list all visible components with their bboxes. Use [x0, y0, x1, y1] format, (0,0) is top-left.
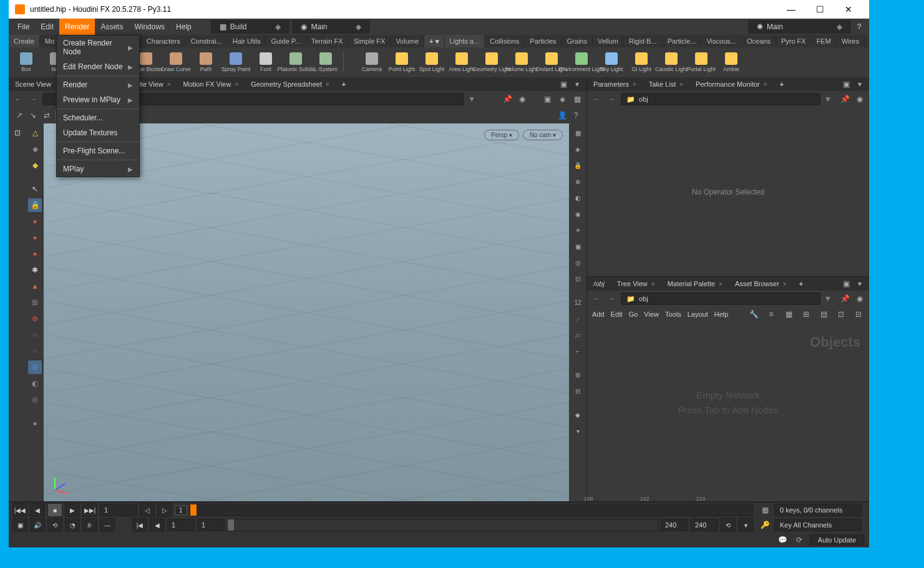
display-option-8[interactable]: ◎ — [571, 256, 585, 269]
render-menu-mplay[interactable]: MPlay▶ — [57, 161, 139, 176]
help-icon[interactable]: ? — [570, 110, 581, 121]
key-mode-field[interactable]: Key All Channels — [774, 519, 862, 531]
last-frame-button[interactable]: ▶▶| — [82, 503, 97, 517]
shelf-tool-point-light[interactable]: Point Light — [387, 49, 417, 76]
render-menu-preview-in-mplay[interactable]: Preview in MPlay▶ — [57, 92, 139, 107]
shelf-tab-rigid-b-[interactable]: Rigid B... — [624, 35, 663, 47]
first-frame-button[interactable]: |◀◀ — [12, 503, 27, 517]
range-reset-button[interactable]: ⟲ — [721, 518, 736, 532]
shelf-tool-ambient[interactable]: Ambie — [716, 49, 746, 76]
shelf-tool-sky-light[interactable]: Sky Light — [596, 49, 626, 76]
shelf-tab-vellum[interactable]: Vellum — [593, 35, 624, 47]
net-menu-help[interactable]: Help — [714, 310, 729, 318]
shelf-tab-guide-p-[interactable]: Guide P... — [266, 35, 306, 47]
display-option-4[interactable]: ◐ — [571, 191, 585, 205]
left-tabs-add[interactable]: + — [336, 77, 352, 91]
net-toolbar-icon-4[interactable]: ▤ — [818, 309, 829, 320]
shelf-tool-spray-paint[interactable]: Spray Paint — [221, 49, 251, 76]
menu-windows[interactable]: Windows — [129, 19, 170, 35]
display-option-9[interactable]: ⊡ — [571, 272, 585, 286]
audio-button[interactable]: 🔊 — [30, 518, 45, 532]
net-path-field[interactable]: 📁 obj — [621, 292, 820, 305]
help-button[interactable]: ? — [852, 19, 866, 35]
shelf-tool-camera[interactable]: Camera — [357, 49, 387, 76]
display-option-16[interactable]: ⊞ — [571, 368, 585, 382]
pane-max-icon[interactable]: ▣ — [558, 79, 569, 90]
shelf-tab-lights-a-[interactable]: Lights a... — [445, 35, 485, 47]
viewport-tool-5[interactable]: 🔒 — [28, 198, 42, 212]
shelf-tab-characters[interactable]: Characters — [142, 35, 186, 47]
shelf-add-left[interactable]: + ▾ — [424, 35, 444, 47]
shelf-tool-gi-light[interactable]: GI Light — [626, 49, 656, 76]
menu-assets[interactable]: Assets — [95, 19, 129, 35]
shelf-tool-environment-light[interactable]: Environment Light — [567, 49, 596, 76]
net-toolbar-icon-5[interactable]: ⊡ — [835, 309, 847, 320]
shelf-tool-draw-curve[interactable]: Draw Curve — [161, 49, 191, 76]
shelf-tool-spot-light[interactable]: Spot Light — [417, 49, 447, 76]
param-path-field[interactable]: 📁 obj — [621, 93, 820, 105]
viewport-tool-4[interactable]: ↖ — [28, 182, 42, 196]
shelf-tool-caustic-light[interactable]: Caustic Light — [656, 49, 686, 76]
display-option-20[interactable]: ▾ — [571, 424, 585, 438]
play-backward-button[interactable]: ◀ — [30, 503, 45, 517]
net-pin-icon[interactable]: 📌 — [839, 293, 850, 304]
pane-max-icon[interactable]: ▣ — [840, 278, 852, 289]
display-option-17[interactable]: ⊟ — [571, 384, 585, 398]
display-option-1[interactable]: ◈ — [571, 142, 585, 156]
viewport-tool-14[interactable]: ∩ — [28, 344, 42, 358]
tab--obj[interactable]: /obj — [587, 277, 611, 291]
display-option-19[interactable]: ◆ — [571, 408, 585, 421]
channel-editor-icon[interactable]: ▦ — [759, 504, 771, 516]
shelf-tab-fem[interactable]: FEM — [812, 35, 837, 47]
render-menu-edit-render-node[interactable]: Edit Render Node▶ — [57, 59, 139, 74]
pane-menu-icon[interactable]: ▾ — [854, 79, 865, 90]
shelf-tab-terrain-fx[interactable]: Terrain FX — [306, 35, 349, 47]
display-option-11[interactable]: 12 — [571, 296, 585, 309]
shelf-tool-path[interactable]: Path — [191, 49, 221, 76]
viewport-tool-1[interactable]: ◆ — [28, 142, 42, 156]
menu-help[interactable]: Help — [170, 19, 197, 35]
timeline-track[interactable]: 24487296120144168192216 — [190, 504, 753, 516]
net-menu-view[interactable]: View — [644, 310, 659, 318]
shelf-tab-constrai-[interactable]: Constrai... — [186, 35, 228, 47]
right-tabs-bottom-add[interactable]: + — [793, 277, 809, 291]
range-end-field[interactable] — [661, 519, 688, 531]
tab-tree-view[interactable]: Tree View × — [611, 277, 661, 291]
display-option-6[interactable]: ☀ — [571, 223, 585, 237]
range-menu-button[interactable]: ▾ — [738, 518, 753, 532]
display-icon-1[interactable]: ▣ — [542, 94, 553, 105]
net-toolbar-icon-2[interactable]: ▦ — [783, 309, 794, 320]
step-fwd-button[interactable]: ▷ — [157, 503, 172, 517]
net-nav-back[interactable]: ← — [591, 293, 602, 304]
range-start2-field[interactable] — [197, 519, 225, 531]
net-menu-layout[interactable]: Layout — [688, 310, 708, 318]
nav-back-button[interactable]: ← — [12, 94, 24, 105]
shelf-tab-pyro-fx[interactable]: Pyro FX — [776, 35, 812, 47]
display-option-7[interactable]: ▣ — [571, 239, 585, 253]
render-menu-scheduler-[interactable]: Scheduler... — [57, 110, 139, 125]
shelf-tool-geometry-light[interactable]: Geometry Light — [477, 49, 507, 76]
viewport-tool-7[interactable]: ● — [28, 231, 42, 244]
shelf-tab-viscous-[interactable]: Viscous... — [701, 35, 742, 47]
view-tool-9[interactable]: 👤 — [557, 110, 568, 121]
net-link-icon[interactable]: ◉ — [854, 293, 865, 304]
range-back-button[interactable]: ◀ — [150, 518, 165, 532]
param-nav-back[interactable]: ← — [591, 94, 602, 105]
close-button[interactable]: ✕ — [834, 0, 863, 19]
key-icon[interactable]: 🔑 — [759, 519, 771, 531]
param-link-icon[interactable]: ◉ — [854, 94, 865, 105]
display-option-5[interactable]: ◉ — [571, 207, 585, 221]
current-frame-field[interactable] — [100, 504, 137, 516]
render-menu-pre-flight-scene-[interactable]: Pre-Flight Scene... — [57, 143, 139, 158]
shelf-tool-font[interactable]: Font — [251, 49, 281, 76]
net-menu-tools[interactable]: Tools — [665, 310, 681, 318]
display-option-3[interactable]: ⊗ — [571, 175, 585, 188]
shelf-tab-particles[interactable]: Particles — [525, 35, 562, 47]
viewport-tool-11[interactable]: ⊞ — [28, 296, 42, 309]
3d-viewport[interactable]: Persp ▾ No cam ▾ — [44, 123, 569, 501]
persp-dropdown[interactable]: Persp ▾ — [484, 130, 519, 140]
viewport-tool-8[interactable]: ● — [28, 247, 42, 261]
pin-icon[interactable]: 📌 — [502, 94, 513, 105]
render-menu-update-textures[interactable]: Update Textures — [57, 125, 139, 140]
shelf-tab-hair-utils[interactable]: Hair Utils — [228, 35, 266, 47]
